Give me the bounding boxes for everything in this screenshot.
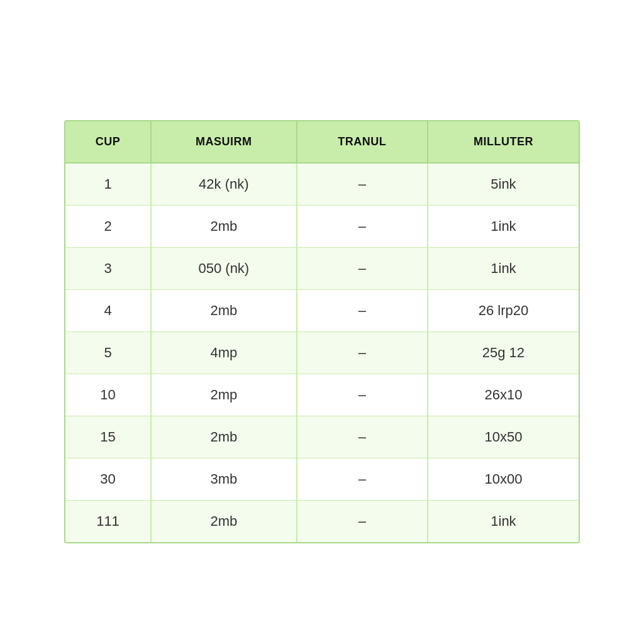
table-body: 142k (nk)–5ink22mb–1ink3050 (nk)–1ink42m… (65, 163, 579, 542)
table-cell: 3mb (151, 458, 297, 500)
table-cell: 42k (nk) (151, 163, 297, 206)
table-cell: 1 (65, 163, 151, 206)
table-row: 152mb–10x50 (65, 416, 579, 458)
table-cell: – (297, 374, 428, 416)
col-header-tranul: TRANUL (297, 121, 428, 163)
table-cell: 3 (65, 247, 151, 289)
table-cell: 2mb (151, 416, 297, 458)
table-cell: – (297, 458, 428, 500)
table-cell: 15 (65, 416, 151, 458)
table-cell: – (297, 331, 428, 374)
table-cell: 30 (65, 458, 151, 500)
table-cell: – (297, 500, 428, 542)
table-row: 54mp–25g 12 (65, 331, 579, 374)
conversion-table: CUP MASUIRM TRANUL MILLUTER 142k (nk)–5i… (65, 121, 579, 542)
table-row: 102mp–26x10 (65, 374, 579, 416)
table-cell: 4 (65, 289, 151, 331)
table-cell: 5ink (428, 163, 579, 206)
table-wrapper: CUP MASUIRM TRANUL MILLUTER 142k (nk)–5i… (64, 120, 580, 543)
table-cell: 2 (65, 205, 151, 247)
table-cell: – (297, 247, 428, 289)
table-header-row: CUP MASUIRM TRANUL MILLUTER (65, 121, 579, 163)
table-cell: 2mp (151, 374, 297, 416)
table-cell: 1ink (428, 500, 579, 542)
col-header-milluter: MILLUTER (428, 121, 579, 163)
table-cell: – (297, 205, 428, 247)
page-container: CUP MASUIRM TRANUL MILLUTER 142k (nk)–5i… (39, 76, 605, 569)
table-cell: 10x50 (428, 416, 579, 458)
table-cell: 4mp (151, 331, 297, 374)
table-row: 303mb–10x00 (65, 458, 579, 500)
table-cell: 1ink (428, 247, 579, 289)
table-cell: 111 (65, 500, 151, 542)
table-row: 42mb–26 lrp20 (65, 289, 579, 331)
col-header-masuirm: MASUIRM (151, 121, 297, 163)
table-cell: – (297, 416, 428, 458)
table-row: 22mb–1ink (65, 205, 579, 247)
col-header-cup: CUP (65, 121, 151, 163)
table-cell: 26 lrp20 (428, 289, 579, 331)
table-cell: 1ink (428, 205, 579, 247)
table-cell: 050 (nk) (151, 247, 297, 289)
table-cell: – (297, 289, 428, 331)
table-cell: 2mb (151, 205, 297, 247)
table-row: 1112mb–1ink (65, 500, 579, 542)
table-row: 142k (nk)–5ink (65, 163, 579, 206)
table-cell: 5 (65, 331, 151, 374)
table-cell: – (297, 163, 428, 206)
table-cell: 10 (65, 374, 151, 416)
table-cell: 25g 12 (428, 331, 579, 374)
table-cell: 26x10 (428, 374, 579, 416)
table-cell: 2mb (151, 289, 297, 331)
table-cell: 10x00 (428, 458, 579, 500)
table-row: 3050 (nk)–1ink (65, 247, 579, 289)
table-cell: 2mb (151, 500, 297, 542)
